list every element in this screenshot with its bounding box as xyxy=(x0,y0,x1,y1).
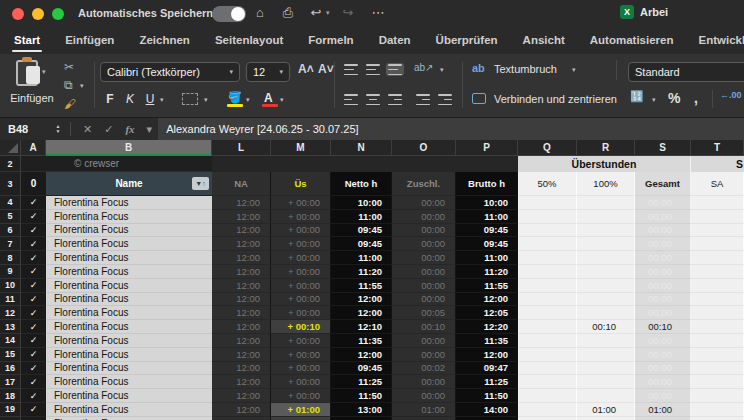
decrease-indent-icon[interactable] xyxy=(414,93,432,106)
na-cell[interactable]: 12:00 xyxy=(212,196,271,210)
na-cell[interactable]: 12:00 xyxy=(212,348,271,362)
brutto-cell[interactable]: 11:00 xyxy=(456,210,518,224)
close-window-button[interactable] xyxy=(12,8,24,20)
ueberstunden-merged-header[interactable]: Überstunden xyxy=(518,156,691,172)
brutto-cell[interactable]: 11:25 xyxy=(456,375,518,389)
zuschl-cell[interactable]: 00:00 xyxy=(392,293,456,307)
header-cell-netto[interactable]: Netto h xyxy=(331,172,392,196)
tab-formeln[interactable]: Formeln xyxy=(308,34,353,48)
brutto-cell[interactable]: 12:00 xyxy=(456,293,518,307)
checkmark-cell[interactable]: ✓ xyxy=(21,306,46,320)
borders-chevron-icon[interactable]: ▾ xyxy=(204,96,208,104)
brutto-cell[interactable]: 09:47 xyxy=(456,362,518,376)
overtime-50-cell[interactable] xyxy=(518,403,577,417)
checkmark-cell[interactable]: ✓ xyxy=(21,265,46,279)
na-cell[interactable]: 12:00 xyxy=(212,210,271,224)
zuschl-cell[interactable]: 00:00 xyxy=(392,265,456,279)
brutto-cell[interactable]: 11:00 xyxy=(456,251,518,265)
tab-einfügen[interactable]: Einfügen xyxy=(65,34,114,48)
overtime-100-cell[interactable] xyxy=(577,237,635,251)
overtime-50-cell[interactable] xyxy=(518,389,577,403)
checkmark-cell[interactable]: ✓ xyxy=(21,210,46,224)
overtime-50-cell[interactable] xyxy=(518,362,577,376)
gesamt-cell[interactable]: 00:00 xyxy=(635,265,691,279)
overtime-100-cell[interactable] xyxy=(577,348,635,362)
row-header[interactable]: 17 xyxy=(0,375,21,389)
overtime-100-cell[interactable] xyxy=(577,265,635,279)
checkmark-cell[interactable]: ✓ xyxy=(21,362,46,376)
header-cell-brutto[interactable]: Brutto h xyxy=(456,172,518,196)
overtime-100-cell[interactable] xyxy=(577,210,635,224)
zuschl-cell[interactable]: 00:00 xyxy=(392,279,456,293)
netto-cell[interactable]: 11:55 xyxy=(331,279,392,293)
zoom-window-button[interactable] xyxy=(52,8,64,20)
brutto-cell[interactable]: 09:45 xyxy=(456,224,518,238)
name-cell[interactable]: Florentina Focus xyxy=(46,362,212,376)
gesamt-cell[interactable]: 00:10 xyxy=(635,320,691,334)
header-cell-na[interactable]: NA xyxy=(212,172,271,196)
tab-start[interactable]: Start xyxy=(14,34,40,48)
merge-center-button[interactable]: Verbinden und zentrieren xyxy=(494,93,617,105)
us-cell[interactable]: + 00:00 xyxy=(271,210,331,224)
number-format-select[interactable]: Standard xyxy=(628,62,744,82)
percent-style-icon[interactable]: % xyxy=(668,90,680,106)
tab-zeichnen[interactable]: Zeichnen xyxy=(139,34,189,48)
tab-ansicht[interactable]: Ansicht xyxy=(523,34,565,48)
gesamt-cell[interactable]: 00:00 xyxy=(635,251,691,265)
brutto-cell[interactable]: 10:00 xyxy=(456,196,518,210)
netto-cell[interactable]: 12:00 xyxy=(331,306,392,320)
gesamt-cell[interactable]: 01:00 xyxy=(635,403,691,417)
sa-cell[interactable] xyxy=(691,293,744,307)
gesamt-cell[interactable]: 00:00 xyxy=(635,334,691,348)
row-header[interactable]: 9 xyxy=(0,265,21,279)
tab-automatisieren[interactable]: Automatisieren xyxy=(590,34,674,48)
na-cell[interactable]: 12:00 xyxy=(212,293,271,307)
cell-B2-copyright[interactable]: © crewser xyxy=(46,156,212,172)
row-header[interactable]: 18 xyxy=(0,389,21,403)
shrink-font-button[interactable]: A˅ xyxy=(318,62,334,76)
gesamt-cell[interactable]: 00:00 xyxy=(635,375,691,389)
cell-M2[interactable] xyxy=(271,156,331,172)
overtime-100-cell[interactable] xyxy=(577,375,635,389)
name-cell[interactable]: Florentina Focus xyxy=(46,389,212,403)
increase-indent-icon[interactable] xyxy=(436,93,454,106)
align-left-icon[interactable] xyxy=(342,93,360,106)
zuschl-cell[interactable]: 00:02 xyxy=(392,362,456,376)
netto-cell[interactable]: 11:00 xyxy=(331,210,392,224)
us-cell[interactable]: + 00:00 xyxy=(271,265,331,279)
sa-cell[interactable] xyxy=(691,210,744,224)
zuschl-cell[interactable]: 00:00 xyxy=(392,334,456,348)
row-header[interactable]: 5 xyxy=(0,210,21,224)
cell-O2[interactable] xyxy=(392,156,456,172)
gesamt-cell[interactable]: 00:00 xyxy=(635,210,691,224)
sa-cell[interactable] xyxy=(691,265,744,279)
overtime-50-cell[interactable] xyxy=(518,293,577,307)
row-header[interactable]: 15 xyxy=(0,348,21,362)
header-cell-0[interactable]: 0 xyxy=(21,172,46,196)
checkmark-cell[interactable]: ✓ xyxy=(21,196,46,210)
us-cell[interactable]: + 00:00 xyxy=(271,375,331,389)
orientation-icon[interactable]: ab↗ xyxy=(414,62,434,73)
autosave-toggle[interactable] xyxy=(212,6,246,22)
name-cell[interactable]: Florentina Focus xyxy=(46,375,212,389)
column-header-S[interactable]: S xyxy=(635,140,691,156)
overtime-50-cell[interactable] xyxy=(518,279,577,293)
paste-icon[interactable] xyxy=(16,60,38,86)
cell-L2[interactable] xyxy=(212,156,271,172)
orientation-chevron-icon[interactable]: ▾ xyxy=(440,66,444,74)
overtime-100-cell[interactable] xyxy=(577,334,635,348)
us-cell[interactable]: + 00:10 xyxy=(271,320,331,334)
copy-chevron-icon[interactable]: ▾ xyxy=(80,82,84,90)
more-toolbar-icon[interactable]: ⋯ xyxy=(368,5,388,20)
row-header[interactable]: 13 xyxy=(0,320,21,334)
header-cell-100[interactable]: 100% xyxy=(577,172,635,196)
na-cell[interactable]: 12:00 xyxy=(212,224,271,238)
zuschl-cell[interactable]: 00:00 xyxy=(392,210,456,224)
row-header[interactable]: 10 xyxy=(0,279,21,293)
wrap-text-chevron-icon[interactable]: ▾ xyxy=(572,66,576,74)
netto-cell[interactable]: 11:50 xyxy=(331,389,392,403)
font-color-chevron-icon[interactable]: ▾ xyxy=(280,96,284,104)
netto-cell[interactable]: 11:25 xyxy=(331,375,392,389)
cancel-entry-icon[interactable]: ✕ xyxy=(83,123,92,136)
increase-decimal-icon[interactable]: ←.00 xyxy=(720,90,742,100)
